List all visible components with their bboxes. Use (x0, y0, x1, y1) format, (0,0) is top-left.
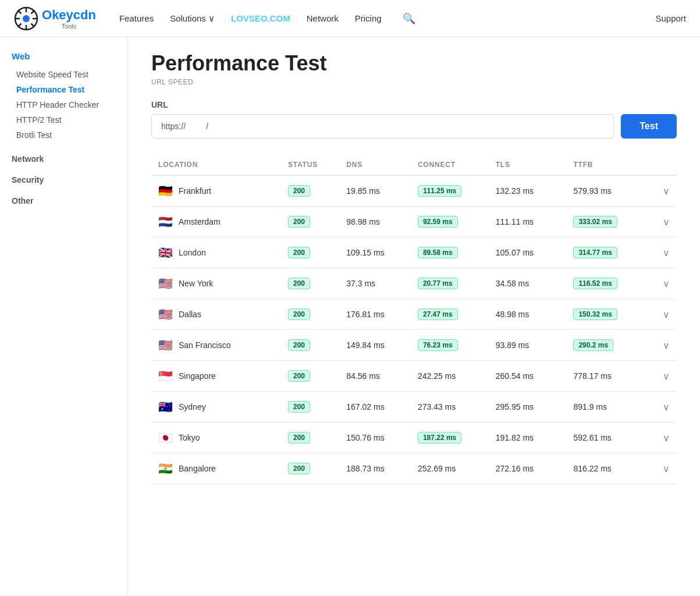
test-button[interactable]: Test (621, 114, 677, 139)
status-badge: 200 (288, 278, 310, 289)
cell-tls: 93.89 ms (489, 330, 567, 361)
cell-status: 200 (281, 423, 339, 453)
main-content: Performance Test URL SPEED URL Test LOCA… (128, 37, 700, 596)
page-title: Performance Test (151, 51, 677, 76)
cell-status: 200 (281, 299, 339, 330)
cell-expand[interactable]: ∨ (644, 268, 677, 299)
status-badge: 200 (288, 463, 310, 474)
sidebar-item-website-speed-test[interactable]: Website Speed Test (12, 67, 127, 82)
location-name: Tokyo (179, 433, 200, 442)
cell-ttfb: 816.22 ms (566, 453, 644, 484)
support-link[interactable]: Support (655, 13, 686, 23)
table-row: 🇸🇬Singapore20084.56 ms242.25 ms260.54 ms… (151, 361, 677, 392)
cell-expand[interactable]: ∨ (644, 330, 677, 361)
cell-tls: 105.07 ms (489, 237, 567, 268)
location-name: Singapore (179, 371, 216, 381)
flag-icon: 🇺🇸 (158, 338, 173, 352)
status-badge: 200 (288, 370, 310, 382)
cell-connect: 187.22 ms (411, 423, 489, 453)
nav-network[interactable]: Network (307, 13, 339, 23)
url-input[interactable] (151, 114, 614, 139)
cell-tls: 48.98 ms (489, 299, 567, 330)
sidebar-section-other: Other (12, 196, 127, 205)
cell-connect: 242.25 ms (411, 361, 489, 392)
cell-location: 🇯🇵Tokyo (151, 423, 281, 453)
location-name: New York (179, 279, 213, 288)
table-row: 🇮🇳Bangalore200188.73 ms252.69 ms272.16 m… (151, 453, 677, 484)
search-icon[interactable]: 🔍 (403, 12, 415, 25)
col-header-status: STATUS (281, 155, 339, 175)
cell-ttfb: 778.17 ms (566, 361, 644, 392)
chevron-down-icon[interactable]: ∨ (663, 248, 670, 258)
cell-ttfb: 891.9 ms (566, 392, 644, 423)
cell-ttfb: 579.93 ms (566, 175, 644, 207)
table-row: 🇬🇧London200109.15 ms89.58 ms105.07 ms314… (151, 237, 677, 268)
nav-pricing[interactable]: Pricing (355, 13, 382, 23)
location-name: London (179, 248, 206, 257)
table-row: 🇯🇵Tokyo200150.76 ms187.22 ms191.82 ms592… (151, 423, 677, 453)
chevron-down-icon[interactable]: ∨ (663, 433, 670, 443)
sidebar-item-performance-test[interactable]: Performance Test (12, 82, 127, 97)
chevron-down-icon[interactable]: ∨ (663, 371, 670, 381)
sidebar-section-web: Web (12, 51, 127, 61)
sidebar-item-brotli-test[interactable]: Brotli Test (12, 127, 127, 143)
cell-expand[interactable]: ∨ (644, 299, 677, 330)
cell-status: 200 (281, 207, 339, 237)
breadcrumb: URL SPEED (151, 78, 677, 86)
cell-location: 🇮🇳Bangalore (151, 453, 281, 484)
chevron-down-icon[interactable]: ∨ (663, 186, 670, 196)
cell-connect: 76.23 ms (411, 330, 489, 361)
cell-dns: 167.02 ms (339, 392, 411, 423)
sidebar-item-http-header-checker[interactable]: HTTP Header Checker (12, 97, 127, 112)
cell-tls: 260.54 ms (489, 361, 567, 392)
flag-icon: 🇩🇪 (158, 184, 173, 198)
cell-location: 🇸🇬Singapore (151, 361, 281, 392)
chevron-down-icon[interactable]: ∨ (663, 217, 670, 227)
cell-status: 200 (281, 237, 339, 268)
flag-icon: 🇦🇺 (158, 400, 173, 414)
chevron-down-icon[interactable]: ∨ (663, 310, 670, 320)
nav-links: Features Solutions ∨ LOVSEO.COM Network … (119, 12, 656, 25)
nav-features[interactable]: Features (119, 13, 154, 23)
location-name: San Francisco (179, 340, 230, 350)
sidebar-item-http2-test[interactable]: HTTP/2 Test (12, 112, 127, 127)
cell-ttfb: 314.77 ms (566, 237, 644, 268)
cell-tls: 34.58 ms (489, 268, 567, 299)
status-badge: 200 (288, 185, 310, 197)
flag-icon: 🇮🇳 (158, 462, 173, 476)
table-body: 🇩🇪Frankfurt20019.85 ms111.25 ms132.23 ms… (151, 175, 677, 484)
svg-point-1 (23, 15, 30, 22)
chevron-down-icon[interactable]: ∨ (663, 464, 670, 474)
chevron-down-icon[interactable]: ∨ (663, 402, 670, 412)
logo-link[interactable]: Okeycdn Tools (14, 6, 96, 31)
cell-location: 🇦🇺Sydney (151, 392, 281, 423)
cell-expand[interactable]: ∨ (644, 392, 677, 423)
sidebar-section-network: Network (12, 154, 127, 164)
cell-ttfb: 150.32 ms (566, 299, 644, 330)
cell-status: 200 (281, 330, 339, 361)
cell-ttfb: 290.2 ms (566, 330, 644, 361)
location-name: Amsterdam (179, 217, 221, 226)
sidebar-section-security: Security (12, 175, 127, 185)
table-row: 🇦🇺Sydney200167.02 ms273.43 ms295.95 ms89… (151, 392, 677, 423)
cell-tls: 111.11 ms (489, 207, 567, 237)
cell-expand[interactable]: ∨ (644, 175, 677, 207)
cell-connect: 252.69 ms (411, 453, 489, 484)
cell-location: 🇬🇧London (151, 237, 281, 268)
status-badge: 200 (288, 339, 310, 351)
cell-expand[interactable]: ∨ (644, 207, 677, 237)
cell-expand[interactable]: ∨ (644, 453, 677, 484)
col-header-connect: CONNECT (411, 155, 489, 175)
cell-expand[interactable]: ∨ (644, 423, 677, 453)
location-name: Dallas (179, 310, 201, 319)
chevron-down-icon[interactable]: ∨ (663, 340, 670, 350)
status-badge: 200 (288, 432, 310, 444)
flag-icon: 🇺🇸 (158, 307, 173, 321)
cell-expand[interactable]: ∨ (644, 361, 677, 392)
navbar: Okeycdn Tools Features Solutions ∨ LOVSE… (0, 0, 700, 37)
cell-dns: 150.76 ms (339, 423, 411, 453)
cell-location: 🇺🇸New York (151, 268, 281, 299)
nav-solutions[interactable]: Solutions ∨ (170, 13, 215, 24)
cell-expand[interactable]: ∨ (644, 237, 677, 268)
chevron-down-icon[interactable]: ∨ (663, 279, 670, 289)
